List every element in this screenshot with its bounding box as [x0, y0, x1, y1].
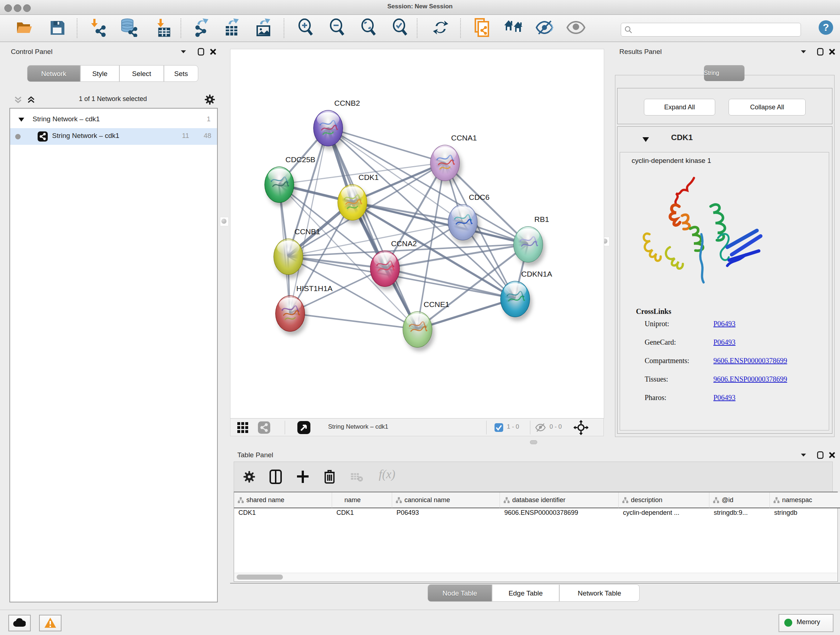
string-view-icon[interactable]	[258, 421, 270, 435]
table-cell[interactable]: CDK1	[234, 509, 332, 524]
table-cell[interactable]: stringdb:9...	[709, 509, 770, 524]
tab-string[interactable]: String	[704, 65, 745, 81]
table-panel-float-icon[interactable]	[817, 451, 824, 461]
table-panel-menu-icon[interactable]	[800, 453, 807, 459]
column-header-canonical-name[interactable]: canonical name	[392, 492, 500, 508]
crosslink-link[interactable]: P06493	[714, 394, 736, 402]
zoom-selected-icon[interactable]	[392, 19, 409, 38]
network-list-header: 1 of 1 Network selected	[9, 91, 216, 108]
bottom-splitter-handle[interactable]	[530, 440, 537, 444]
results-panel-menu-icon[interactable]	[800, 49, 807, 56]
expand-all-button[interactable]: Expand All	[644, 99, 715, 116]
node-RB1[interactable]	[513, 226, 543, 263]
houses-icon[interactable]	[504, 19, 524, 37]
viewbar-separator	[285, 421, 285, 434]
entry-collapse-triangle-icon[interactable]	[642, 137, 649, 142]
birds-eye-toggle-icon[interactable]	[573, 420, 589, 437]
control-panel-float-icon[interactable]	[197, 48, 205, 57]
column-header-database-identifier[interactable]: database identifier	[500, 492, 619, 508]
results-panel-close-icon[interactable]	[829, 48, 836, 57]
export-network-icon[interactable]	[192, 18, 210, 38]
table-cell[interactable]: CDK1	[332, 509, 392, 524]
network-collection-row[interactable]: String Network – cdk1 1	[10, 111, 217, 128]
import-table-from-file-icon[interactable]	[154, 18, 171, 38]
node-CDK1[interactable]	[338, 184, 367, 220]
network-options-gear-icon[interactable]	[205, 95, 215, 106]
edge-HIST1H1A-CCNE1[interactable]	[290, 313, 417, 329]
column-header-description[interactable]: description	[619, 492, 709, 508]
selected-checkbox-icon[interactable]	[494, 423, 503, 433]
edge-CDK1-RB1[interactable]	[352, 202, 528, 244]
crosslink-link[interactable]: 9606.ENSP00000378699	[714, 375, 787, 383]
node-CDC6[interactable]	[448, 204, 477, 241]
node-gloss	[268, 169, 291, 183]
column-header-namespac[interactable]: namespac	[770, 492, 840, 508]
table-horizontal-scrollbar[interactable]	[234, 573, 837, 581]
node-CCNE1[interactable]	[403, 311, 432, 348]
save-session-icon[interactable]	[49, 19, 65, 37]
table-cell[interactable]: P06493	[392, 509, 500, 524]
edge-CCNB2-CCNE1[interactable]	[328, 128, 417, 329]
node-CDKN1A[interactable]	[500, 281, 530, 317]
node-CCNA1[interactable]	[430, 145, 460, 181]
import-network-from-file-icon[interactable]	[89, 18, 108, 38]
hidden-counts: 0 - 0	[549, 423, 562, 431]
edge-CCNA2-CDKN1A[interactable]	[385, 268, 515, 299]
zoom-out-icon[interactable]	[328, 19, 346, 38]
node-CDC25B[interactable]	[264, 166, 294, 203]
toolbar-separator	[460, 19, 461, 38]
table-options-gear-icon[interactable]	[243, 471, 255, 484]
crosslink-link[interactable]: P06493	[714, 338, 736, 347]
show-graphics-details-icon[interactable]	[567, 20, 585, 36]
table-cell[interactable]: cyclin-dependent ...	[619, 509, 709, 524]
edge-CCNB2-CCNA1[interactable]	[328, 128, 445, 163]
grid-view-icon[interactable]	[237, 422, 248, 435]
tab-style[interactable]: Style	[80, 65, 119, 82]
table-cell[interactable]: 9606.ENSP00000378699	[500, 509, 619, 524]
scrollbar-thumb[interactable]	[237, 575, 283, 580]
export-table-icon[interactable]	[223, 18, 242, 38]
network-canvas[interactable]: CCNB2CCNA1CDC25BCDK1CDC6RB1CCNB1CCNA2CDK…	[230, 49, 604, 419]
crosslink-link[interactable]: P06493	[714, 320, 736, 328]
detach-view-icon[interactable]	[297, 421, 310, 435]
cloud-status-button[interactable]	[8, 615, 31, 631]
collapse-all-button[interactable]: Collapse All	[729, 99, 806, 116]
help-icon[interactable]: ?	[818, 20, 834, 36]
tab-sets[interactable]: Sets	[164, 65, 198, 82]
clone-network-icon[interactable]	[473, 18, 491, 38]
show-columns-icon[interactable]	[270, 470, 282, 486]
zoom-in-icon[interactable]	[297, 19, 314, 38]
tab-network-table[interactable]: Network Table	[559, 584, 639, 602]
crosslink-link[interactable]: 9606.ENSP00000378699	[714, 356, 787, 365]
hide-graphics-details-icon[interactable]	[536, 20, 554, 36]
export-image-icon[interactable]	[254, 18, 273, 38]
open-session-icon[interactable]	[16, 19, 33, 37]
table-panel-close-icon[interactable]	[829, 451, 836, 460]
network-row-selected[interactable]: String Network – cdk1 11 48	[10, 128, 217, 145]
update-network-icon[interactable]	[432, 19, 449, 38]
zoom-fit-content-icon[interactable]	[360, 19, 377, 38]
node-CCNA2[interactable]	[370, 250, 400, 287]
tab-node-table[interactable]: Node Table	[428, 584, 492, 602]
node-CCNB1[interactable]	[273, 239, 303, 275]
control-panel-menu-icon[interactable]	[180, 49, 187, 56]
column-header-shared-name[interactable]: shared name	[234, 492, 332, 508]
delete-column-icon[interactable]	[324, 469, 335, 485]
search-input[interactable]	[634, 24, 798, 35]
column-header-name[interactable]: name	[332, 492, 392, 508]
table-cell[interactable]: stringdb	[770, 509, 840, 524]
results-panel-float-icon[interactable]	[817, 48, 824, 57]
memory-button[interactable]: Memory	[778, 614, 834, 632]
import-network-from-database-icon[interactable]	[119, 18, 139, 38]
left-splitter-handle[interactable]	[220, 217, 229, 226]
warning-status-button[interactable]	[39, 615, 62, 631]
node-CCNB2[interactable]	[313, 110, 343, 146]
tab-select[interactable]: Select	[119, 65, 164, 82]
tab-edge-table[interactable]: Edge Table	[492, 584, 559, 602]
collapse-triangle-icon[interactable]	[18, 117, 25, 122]
control-panel-close-icon[interactable]	[210, 48, 217, 57]
node-HIST1H1A[interactable]	[275, 295, 305, 332]
create-column-icon[interactable]	[296, 470, 309, 485]
column-header-@id[interactable]: @id	[709, 492, 770, 508]
tab-network[interactable]: Network	[27, 65, 80, 82]
